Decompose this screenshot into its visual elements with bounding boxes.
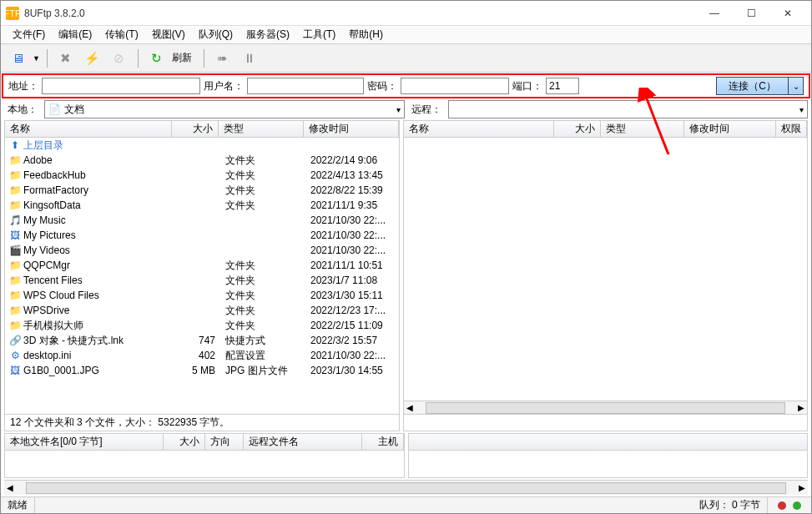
file-row[interactable]: 📁KingsoftData文件夹2021/11/1 9:35	[5, 198, 399, 213]
qcol-remotefile[interactable]: 远程文件名	[244, 434, 362, 450]
file-icon: 📁	[8, 169, 22, 181]
scroll-left-icon[interactable]: ◀	[404, 403, 416, 412]
site-row: 本地： 📄 文档 ▾ 远程： ▾	[1, 100, 811, 120]
col-type[interactable]: 类型	[601, 121, 684, 137]
menu-transfer[interactable]: 传输(T)	[98, 26, 144, 43]
file-size: 5 MB	[174, 365, 220, 376]
menubar: 文件(F) 编辑(E) 传输(T) 视图(V) 队列(Q) 服务器(S) 工具(…	[1, 26, 811, 44]
abort-icon[interactable]: ⊘	[108, 47, 131, 70]
local-columns: 名称 大小 类型 修改时间	[5, 121, 399, 138]
file-name: Tencent Files	[22, 275, 174, 286]
file-mod: 2021/10/30 22:...	[305, 350, 399, 361]
statusbar: 就绪 队列： 0 字节	[1, 496, 811, 513]
local-summary: 12 个文件夹和 3 个文件，大小： 5322935 字节。	[5, 414, 399, 431]
queue-body-right[interactable]	[409, 451, 808, 477]
file-icon: ⬆	[8, 139, 22, 151]
refresh-icon[interactable]: ↻	[145, 47, 169, 70]
scroll-track[interactable]	[426, 402, 785, 414]
scroll-right-icon[interactable]: ▶	[795, 403, 807, 412]
menu-server[interactable]: 服务器(S)	[240, 26, 296, 43]
refresh-label[interactable]: 刷新	[172, 51, 197, 65]
disconnect-icon[interactable]: ✖	[54, 47, 78, 70]
col-type[interactable]: 类型	[219, 121, 304, 137]
sitemanager-icon[interactable]: 🖥	[6, 47, 29, 70]
remote-site-label: 远程：	[408, 103, 445, 117]
file-size: 747	[174, 335, 220, 346]
menu-help[interactable]: 帮助(H)	[342, 26, 390, 43]
remote-file-list[interactable]	[404, 138, 807, 401]
menu-file[interactable]: 文件(F)	[6, 26, 52, 43]
col-name[interactable]: 名称	[5, 121, 172, 137]
reconnect-icon[interactable]: ⚡	[81, 47, 104, 70]
remote-columns: 名称 大小 类型 修改时间 权限	[404, 121, 807, 138]
qcol-dir[interactable]: 方向	[205, 434, 244, 450]
close-button[interactable]: ✕	[769, 2, 806, 25]
log-hscroll[interactable]: ◀ ▶	[4, 480, 808, 495]
file-mod: 2021/11/1 9:35	[305, 199, 399, 211]
file-mod: 2022/2/14 9:06	[305, 154, 399, 166]
file-icon: 🖼	[8, 365, 22, 376]
menu-edit[interactable]: 编辑(E)	[52, 26, 98, 43]
file-row[interactable]: 📁手机模拟大师文件夹2022/2/15 11:09	[5, 318, 399, 333]
file-row[interactable]: 📁Adobe文件夹2022/2/14 9:06	[5, 153, 399, 168]
file-row[interactable]: 🎵My Music2021/10/30 22:...	[5, 213, 399, 228]
menu-view[interactable]: 视图(V)	[145, 26, 192, 43]
connect-dropdown[interactable]: ⌄	[789, 77, 804, 95]
address-input[interactable]	[42, 78, 200, 94]
col-mod[interactable]: 修改时间	[684, 121, 776, 137]
maximize-button[interactable]: ☐	[733, 2, 769, 25]
file-type: 文件夹	[220, 199, 305, 213]
file-name: FeedbackHub	[22, 169, 174, 181]
file-row[interactable]: 🎬My Videos2021/10/30 22:...	[5, 243, 399, 258]
file-name: desktop.ini	[22, 350, 174, 361]
file-row[interactable]: 📁Tencent Files文件夹2023/1/7 11:08	[5, 273, 399, 288]
queue-body-left[interactable]	[5, 451, 404, 477]
file-row[interactable]: 📁FeedbackHub文件夹2022/4/13 13:45	[5, 168, 399, 183]
file-type: 文件夹	[220, 319, 305, 333]
queue-columns-left: 本地文件名[0/0 字节] 大小 方向 远程文件名 主机	[5, 434, 404, 451]
menu-tools[interactable]: 工具(T)	[296, 26, 342, 43]
connect-button[interactable]: 连接（C）	[716, 77, 789, 95]
port-input[interactable]	[546, 78, 579, 94]
remote-hscroll[interactable]: ◀ ▶	[404, 401, 807, 414]
scroll-right-icon[interactable]: ▶	[796, 483, 808, 492]
col-size[interactable]: 大小	[554, 121, 601, 137]
scroll-track[interactable]	[26, 482, 786, 494]
file-row[interactable]: ⬆上层目录	[5, 138, 399, 153]
port-label: 端口：	[512, 79, 542, 93]
local-site-select[interactable]: 📄 文档 ▾	[44, 100, 405, 118]
queue-process-icon[interactable]: ➠	[211, 47, 235, 70]
col-mod[interactable]: 修改时间	[304, 121, 399, 137]
col-perm[interactable]: 权限	[776, 121, 807, 137]
file-name: Adobe	[22, 154, 174, 166]
username-input[interactable]	[247, 78, 364, 94]
scroll-left-icon[interactable]: ◀	[4, 483, 16, 492]
window-title: 8UFtp 3.8.2.0	[24, 8, 696, 19]
password-input[interactable]	[401, 78, 509, 94]
file-row[interactable]: 📁FormatFactory文件夹2022/8/22 15:39	[5, 183, 399, 198]
local-pane: 名称 大小 类型 修改时间 ⬆上层目录📁Adobe文件夹2022/2/14 9:…	[4, 120, 400, 431]
menu-queue[interactable]: 队列(Q)	[192, 26, 240, 43]
file-icon: 📁	[8, 184, 22, 196]
minimize-button[interactable]: —	[696, 2, 733, 25]
file-row[interactable]: 📁QQPCMgr文件夹2021/11/1 10:51	[5, 258, 399, 273]
qcol-localfile[interactable]: 本地文件名[0/0 字节]	[5, 434, 164, 450]
col-name[interactable]: 名称	[404, 121, 554, 137]
file-mod: 2023/1/30 14:55	[305, 365, 399, 376]
queue-pause-icon[interactable]: ⏸	[238, 47, 261, 70]
local-file-list[interactable]: ⬆上层目录📁Adobe文件夹2022/2/14 9:06📁FeedbackHub…	[5, 138, 399, 414]
file-row[interactable]: 🔗3D 对象 - 快捷方式.lnk747快捷方式2022/3/2 15:57	[5, 333, 399, 348]
file-row[interactable]: 🖼G1B0_0001.JPG5 MBJPG 图片文件2023/1/30 14:5…	[5, 363, 399, 378]
file-row[interactable]: 📁WPS Cloud Files文件夹2023/1/30 15:11	[5, 288, 399, 303]
qcol-size[interactable]: 大小	[164, 434, 205, 450]
file-row[interactable]: ⚙desktop.ini402配置设置2021/10/30 22:...	[5, 348, 399, 363]
qcol-host[interactable]: 主机	[362, 434, 404, 450]
address-label: 地址：	[8, 79, 38, 93]
file-type: 文件夹	[220, 304, 305, 318]
app-icon: FTP	[6, 7, 19, 20]
file-name: My Music	[22, 214, 174, 226]
file-row[interactable]: 🖼My Pictures2021/10/30 22:...	[5, 228, 399, 243]
remote-site-select[interactable]: ▾	[448, 100, 809, 118]
col-size[interactable]: 大小	[172, 121, 219, 137]
file-row[interactable]: 📁WPSDrive文件夹2022/12/23 17:...	[5, 303, 399, 318]
